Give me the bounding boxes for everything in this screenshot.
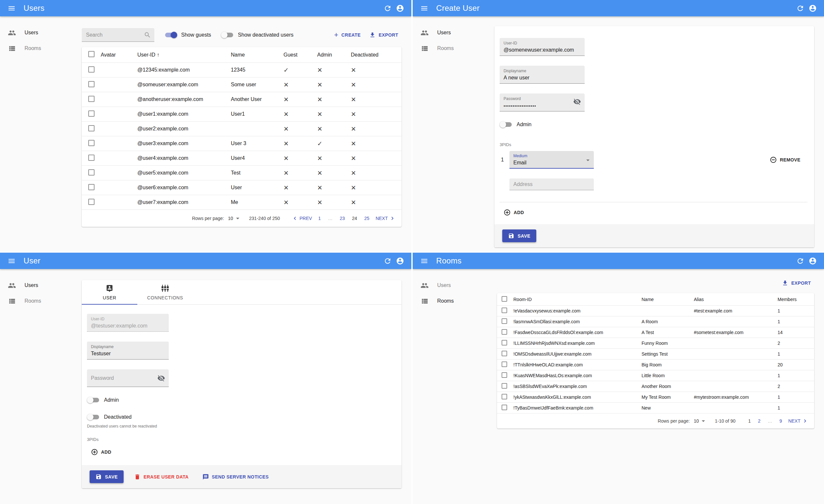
admin-toggle[interactable]: Admin bbox=[500, 121, 808, 128]
row-checkbox[interactable] bbox=[88, 111, 95, 117]
show-guests-toggle[interactable]: Show guests bbox=[164, 31, 211, 39]
table-row[interactable]: @user6:example.comUser✕✕✕ bbox=[82, 180, 402, 195]
row-checkbox[interactable] bbox=[502, 362, 507, 367]
add-threepid-button[interactable]: ADD bbox=[500, 207, 527, 218]
displayname-field[interactable]: Displayname A new user bbox=[500, 66, 585, 84]
menu-icon[interactable] bbox=[418, 255, 430, 267]
table-row[interactable]: !FasdweDssccaGLdsFRddsOl:example.comA Te… bbox=[497, 327, 814, 338]
row-checkbox[interactable] bbox=[502, 307, 507, 313]
table-row[interactable]: @user1:example.comUser1✕✕✕ bbox=[82, 107, 402, 122]
account-icon[interactable] bbox=[806, 255, 819, 267]
refresh-icon[interactable] bbox=[794, 2, 806, 14]
table-row[interactable]: @12345:example.com12345✓✕✕ bbox=[82, 63, 402, 78]
address-field[interactable]: Address bbox=[509, 178, 594, 190]
export-button[interactable]: EXPORT bbox=[779, 277, 814, 289]
table-row[interactable]: @anotheruser:example.comAnother User✕✕✕ bbox=[82, 92, 402, 107]
page-button[interactable]: 23 bbox=[336, 214, 348, 223]
sidebar-item-rooms[interactable]: Rooms bbox=[0, 40, 82, 56]
row-checkbox[interactable] bbox=[502, 319, 507, 324]
rows-per-page-select[interactable]: 10 bbox=[228, 216, 239, 221]
table-row[interactable]: @user3:example.comUser 3✕✓✕ bbox=[82, 136, 402, 151]
table-row[interactable]: !KuasNWEMasdHasLOs:example.comLittle Roo… bbox=[497, 370, 814, 381]
column-header-members[interactable]: Members bbox=[778, 297, 814, 302]
page-button[interactable]: 9 bbox=[776, 416, 786, 425]
visibility-off-icon[interactable] bbox=[157, 374, 165, 382]
table-row[interactable]: @user4:example.comUser4✕✕✕ bbox=[82, 151, 402, 166]
row-checkbox[interactable] bbox=[502, 340, 507, 346]
account-icon[interactable] bbox=[394, 2, 406, 14]
user-id-field[interactable]: User-ID @somenewuser:example.com bbox=[500, 38, 585, 56]
sidebar-item-users[interactable]: Users bbox=[0, 25, 82, 40]
row-checkbox[interactable] bbox=[502, 329, 507, 335]
show-guests-switch[interactable] bbox=[164, 31, 177, 39]
export-button[interactable]: EXPORT bbox=[366, 29, 402, 40]
row-checkbox[interactable] bbox=[502, 351, 507, 356]
table-row[interactable]: @user5:example.comTest✕✕✕ bbox=[82, 166, 402, 180]
column-header-room-id[interactable]: Room-ID bbox=[513, 297, 641, 302]
sidebar-item-users[interactable]: Users bbox=[413, 277, 494, 293]
row-checkbox[interactable] bbox=[88, 96, 95, 102]
tab-connections[interactable]: CONNECTIONS bbox=[137, 280, 193, 304]
account-icon[interactable] bbox=[394, 255, 406, 267]
create-button[interactable]: + CREATE bbox=[331, 30, 364, 40]
row-checkbox[interactable] bbox=[88, 140, 95, 146]
row-checkbox[interactable] bbox=[88, 169, 95, 175]
password-field[interactable]: Password bbox=[87, 369, 169, 387]
erase-user-data-button[interactable]: ERASE USER DATA bbox=[131, 471, 192, 482]
sidebar-item-rooms[interactable]: Rooms bbox=[413, 40, 494, 56]
row-checkbox[interactable] bbox=[88, 184, 95, 190]
page-button[interactable]: 25 bbox=[360, 214, 373, 223]
deactivated-switch[interactable] bbox=[87, 413, 100, 421]
show-deactivated-toggle[interactable]: Show deactivated users bbox=[221, 31, 294, 39]
table-row[interactable]: !TTnlslkHHweOLAD:example.comBig Room20 bbox=[497, 360, 814, 370]
table-row[interactable]: !eVasdacvxysewus:example.com#test:exampl… bbox=[497, 305, 814, 317]
admin-switch[interactable] bbox=[500, 121, 513, 128]
row-checkbox[interactable] bbox=[502, 405, 507, 410]
table-row[interactable]: !lasmnwASmDllasi:example.comA Room1 bbox=[497, 317, 814, 327]
sidebar-item-users[interactable]: Users bbox=[413, 25, 494, 40]
password-field[interactable]: Password •••••••••••••••••• bbox=[500, 94, 585, 111]
table-row[interactable]: @user2:example.com✕✕✕ bbox=[82, 122, 402, 136]
remove-threepid-button[interactable]: REMOVE bbox=[766, 154, 804, 166]
row-checkbox[interactable] bbox=[88, 155, 95, 161]
select-all-checkbox[interactable] bbox=[88, 51, 95, 57]
table-row[interactable]: !ykAStwxasdwsKkxGlLL:example.comMy Test … bbox=[497, 392, 814, 403]
deactivated-toggle[interactable]: Deactivated bbox=[87, 413, 396, 421]
table-row[interactable]: @user7:example.comMe✕✕✕ bbox=[82, 195, 402, 210]
page-button[interactable]: 2 bbox=[754, 416, 764, 425]
rows-per-page-select[interactable]: 10 bbox=[694, 418, 705, 423]
row-checkbox[interactable] bbox=[88, 81, 95, 87]
admin-toggle[interactable]: Admin bbox=[87, 396, 396, 404]
prev-page-button[interactable]: PREV bbox=[289, 213, 315, 224]
next-page-button[interactable]: NEXT bbox=[786, 416, 811, 426]
menu-icon[interactable] bbox=[5, 255, 18, 267]
table-row[interactable]: @someuser:example.comSome user✕✕✕ bbox=[82, 78, 402, 92]
sidebar-item-rooms[interactable]: Rooms bbox=[413, 293, 494, 309]
sidebar-item-rooms[interactable]: Rooms bbox=[0, 293, 82, 309]
search-field[interactable] bbox=[82, 28, 154, 42]
refresh-icon[interactable] bbox=[794, 255, 806, 267]
displayname-field[interactable]: Displayname Testuser bbox=[87, 342, 169, 360]
column-header-name[interactable]: Name bbox=[641, 297, 694, 302]
row-checkbox[interactable] bbox=[502, 394, 507, 399]
medium-select[interactable]: Medium Email bbox=[509, 151, 594, 169]
page-button[interactable]: 1 bbox=[315, 214, 324, 223]
sidebar-item-users[interactable]: Users bbox=[0, 277, 82, 293]
show-deactivated-switch[interactable] bbox=[221, 31, 234, 39]
column-header-alias[interactable]: Alias bbox=[694, 297, 778, 302]
admin-switch[interactable] bbox=[87, 396, 100, 404]
search-input[interactable] bbox=[86, 32, 144, 38]
select-all-checkbox[interactable] bbox=[502, 296, 507, 302]
next-page-button[interactable]: NEXT bbox=[373, 213, 398, 224]
column-header-user-id[interactable]: User-ID ↑ bbox=[137, 52, 231, 58]
save-button[interactable]: SAVE bbox=[90, 470, 124, 483]
table-row[interactable]: !asSBSlsdWEvaXwPk:example.comAnother Roo… bbox=[497, 381, 814, 392]
tab-user[interactable]: USER bbox=[82, 280, 137, 304]
table-row[interactable]: !LLIMSSNHrhRjsdWNXsd:example.comFunny Ro… bbox=[497, 338, 814, 349]
table-row[interactable]: !OMSDsdweassIlUUjjwe:example.comSettings… bbox=[497, 349, 814, 360]
menu-icon[interactable] bbox=[418, 2, 430, 14]
refresh-icon[interactable] bbox=[381, 255, 394, 267]
table-row[interactable]: !TyBasDmweIJdfFaeBmk:example.comNew1 bbox=[497, 403, 814, 413]
account-icon[interactable] bbox=[806, 2, 819, 14]
visibility-off-icon[interactable] bbox=[573, 98, 581, 106]
